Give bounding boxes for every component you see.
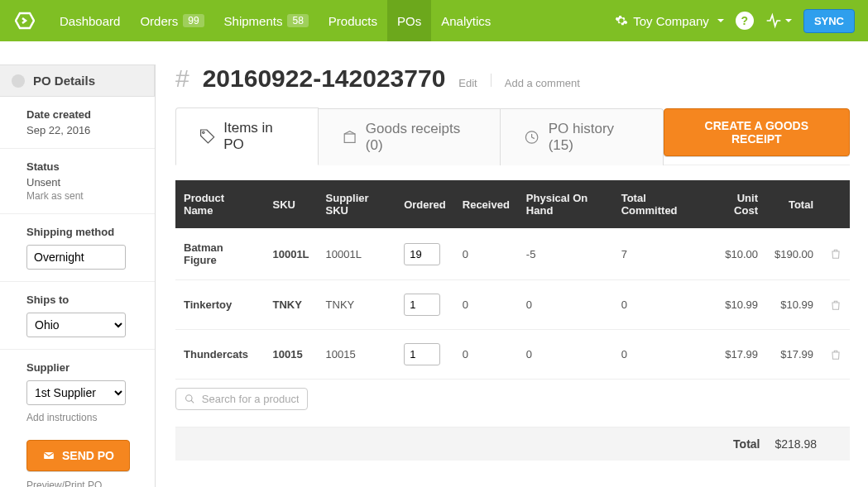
ordered-input[interactable] (404, 343, 440, 365)
mail-icon (42, 450, 55, 461)
cell-sku: 10001L (264, 228, 317, 280)
po-header: # 20160922-142023770 Edit Add a comment (175, 64, 850, 93)
cell-ordered (396, 330, 454, 380)
shipments-badge: 58 (287, 14, 308, 27)
col-ordered: Ordered (396, 180, 454, 228)
svg-line-6 (191, 400, 194, 403)
ships-to-label: Ships to (26, 294, 141, 306)
cell-ordered (396, 228, 454, 280)
mark-as-sent-link[interactable]: Mark as sent (26, 190, 141, 202)
table-row: TinkertoyTNKYTNKY000$10.99$10.99 (175, 280, 850, 330)
cell-physical: 0 (518, 330, 613, 380)
cell-committed: 7 (613, 228, 706, 280)
activity-icon[interactable] (765, 12, 792, 29)
product-search-input[interactable] (202, 393, 299, 405)
help-icon[interactable]: ? (736, 12, 754, 30)
nav-analytics[interactable]: Analytics (431, 0, 501, 41)
col-ssku: Supplier SKU (318, 180, 396, 228)
cell-received: 0 (454, 280, 518, 330)
tag-icon (199, 128, 215, 145)
sidebar-header: PO Details (0, 64, 155, 97)
tab-history-label: PO history (15) (549, 121, 640, 154)
col-physical: Physical On Hand (518, 180, 613, 228)
tab-receipts-label: Goods receipts (0) (366, 121, 477, 154)
cell-total: $10.99 (766, 280, 822, 330)
preview-print-link[interactable]: Preview/Print PO (26, 480, 155, 487)
nav-shipments-label: Shipments (224, 14, 283, 28)
cell-ssku: TNKY (318, 280, 396, 330)
tab-history[interactable]: PO history (15) (501, 108, 663, 165)
shipping-method-input[interactable] (26, 245, 126, 270)
tab-receipts[interactable]: Goods receipts (0) (319, 108, 501, 165)
tab-items[interactable]: Items in PO (175, 107, 319, 165)
delete-row-button[interactable] (822, 330, 850, 380)
col-unit: Unit Cost (706, 180, 766, 228)
send-po-label: SEND PO (62, 449, 114, 462)
send-po-button[interactable]: SEND PO (26, 440, 130, 471)
shipping-label: Shipping method (26, 226, 141, 238)
ships-to-select[interactable]: Ohio (26, 313, 126, 337)
nav-right: Toy Company ? SYNC (615, 9, 855, 33)
add-comment-link[interactable]: Add a comment (505, 77, 580, 89)
cell-ssku: 10015 (318, 330, 396, 380)
back-icon[interactable] (12, 74, 25, 88)
cell-total: $17.99 (766, 330, 822, 380)
cell-unit: $10.99 (706, 280, 766, 330)
nav-orders-label: Orders (140, 14, 178, 28)
top-nav: Dashboard Orders99 Shipments58 Products … (0, 0, 868, 41)
tab-row: Items in PO Goods receipts (0) PO histor… (175, 107, 850, 165)
cell-committed: 0 (613, 330, 706, 380)
company-menu[interactable]: Toy Company (615, 14, 724, 28)
cell-unit: $17.99 (706, 330, 766, 380)
date-created-label: Date created (26, 108, 141, 121)
nav-products[interactable]: Products (319, 0, 387, 41)
col-committed: Total Committed (613, 180, 706, 228)
nav-links: Dashboard Orders99 Shipments58 Products … (50, 0, 501, 41)
product-search[interactable] (175, 388, 308, 410)
orders-badge: 99 (183, 14, 204, 27)
col-total: Total (766, 180, 822, 228)
divider (491, 74, 492, 87)
add-instructions-link[interactable]: Add instructions (26, 412, 141, 423)
clock-icon (524, 129, 540, 146)
po-number: 20160922-142023770 (203, 64, 446, 93)
create-receipt-button[interactable]: CREATE A GOODS RECEIPT (664, 108, 850, 156)
ordered-input[interactable] (404, 294, 440, 316)
cell-name: Tinkertoy (175, 280, 264, 330)
ordered-input[interactable] (404, 243, 440, 265)
col-received: Received (454, 180, 518, 228)
cell-total: $190.00 (766, 228, 822, 280)
cell-physical: -5 (518, 228, 613, 280)
col-name: Product Name (175, 180, 264, 228)
tab-items-label: Items in PO (223, 120, 294, 153)
status-value: Unsent (26, 176, 141, 189)
items-table: Product Name SKU Supplier SKU Ordered Re… (175, 180, 850, 380)
total-label: Total (733, 437, 760, 451)
nav-pos[interactable]: POs (387, 0, 431, 41)
nav-orders[interactable]: Orders99 (130, 0, 213, 41)
search-icon (185, 393, 195, 405)
cell-unit: $10.00 (706, 228, 766, 280)
logo-icon[interactable] (13, 9, 36, 32)
delete-row-button[interactable] (822, 228, 850, 280)
svg-point-5 (186, 395, 192, 401)
status-label: Status (26, 160, 141, 173)
cell-ssku: 10001L (318, 228, 396, 280)
total-row: Total $218.98 (175, 427, 850, 461)
cell-received: 0 (454, 228, 518, 280)
cell-name: Batman Figure (175, 228, 264, 280)
sync-button[interactable]: SYNC (803, 9, 855, 33)
nav-dashboard[interactable]: Dashboard (50, 0, 130, 41)
delete-row-button[interactable] (822, 280, 850, 330)
cell-committed: 0 (613, 280, 706, 330)
supplier-select[interactable]: 1st Supplier (26, 380, 126, 405)
table-row: Batman Figure10001L10001L0-57$10.00$190.… (175, 228, 850, 280)
main-area: # 20160922-142023770 Edit Add a comment … (156, 64, 850, 487)
svg-point-2 (203, 131, 204, 133)
edit-link[interactable]: Edit (458, 77, 477, 89)
cell-name: Thundercats (175, 330, 264, 380)
cell-sku: TNKY (264, 280, 317, 330)
search-row (175, 380, 850, 427)
cell-sku: 10015 (264, 330, 317, 380)
nav-shipments[interactable]: Shipments58 (214, 0, 319, 41)
